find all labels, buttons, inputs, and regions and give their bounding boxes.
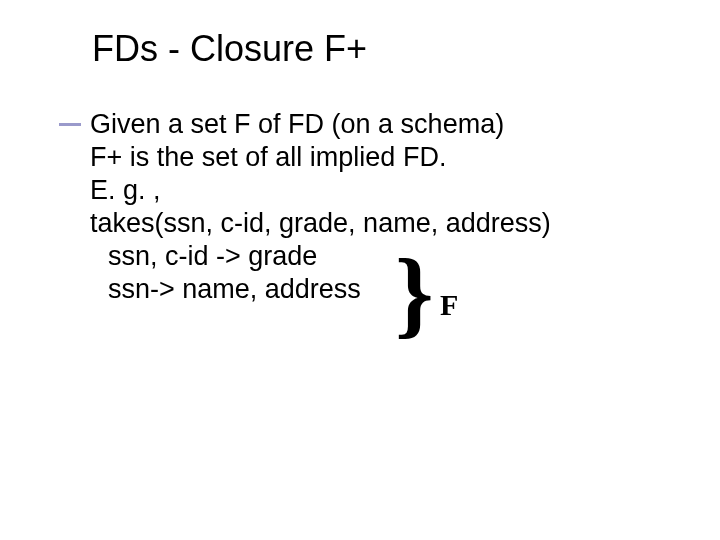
slide-title: FDs - Closure F+ — [92, 28, 367, 70]
body-line-3: E. g. , — [90, 174, 660, 207]
body-line-2: F+ is the set of all implied FD. — [90, 141, 660, 174]
slide-body: Given a set F of FD (on a schema) F+ is … — [90, 108, 660, 306]
brace-icon: } — [395, 254, 434, 332]
slide: FDs - Closure F+ Given a set F of FD (on… — [0, 0, 720, 540]
accent-bar — [59, 123, 81, 126]
brace-label: F — [440, 288, 458, 322]
brace-group: } F — [395, 258, 475, 348]
body-line-1: Given a set F of FD (on a schema) — [90, 108, 660, 141]
body-line-5: ssn, c-id -> grade — [90, 240, 660, 273]
body-line-6: ssn-> name, address — [90, 273, 660, 306]
body-line-4: takes(ssn, c-id, grade, name, address) — [90, 207, 660, 240]
